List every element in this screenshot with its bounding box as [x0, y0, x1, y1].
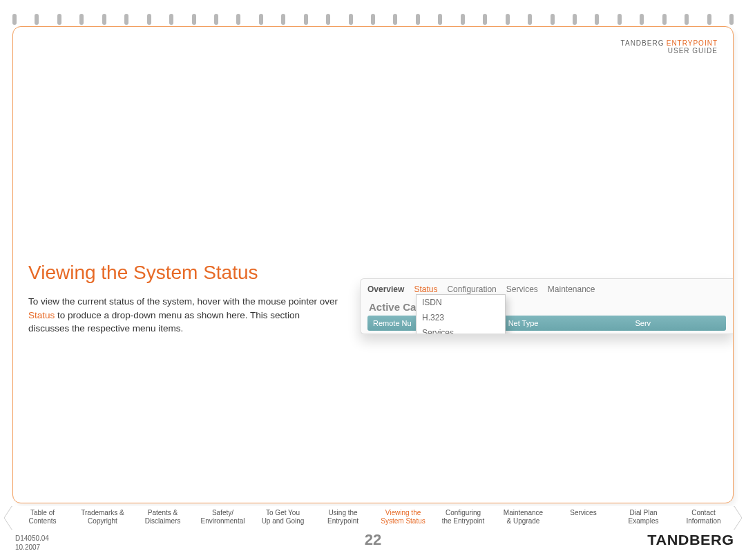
binding-hole: [236, 14, 240, 25]
docnum-line1: D14050.04: [15, 534, 49, 542]
document-number: D14050.04 10.2007: [15, 534, 49, 552]
binding-hole: [595, 14, 599, 25]
binding-hole: [371, 14, 375, 25]
th-serv: Serv: [635, 319, 651, 327]
binding-hole: [573, 14, 577, 25]
tab-line1: Using the: [328, 509, 357, 516]
tab-line2: the Entrypoint: [442, 517, 485, 525]
menu-overview[interactable]: Overview: [367, 284, 404, 294]
nav-tab[interactable]: ContactInformation: [673, 506, 734, 530]
tab-line1: Table of: [30, 509, 55, 516]
menu-maintenance[interactable]: Maintenance: [548, 284, 595, 294]
th-remote: Remote Nu: [373, 319, 412, 327]
binding-hole: [214, 14, 218, 25]
content-row: Viewing the System Status To view the cu…: [28, 262, 718, 386]
nav-tab[interactable]: Maintenance& Upgrade: [493, 506, 553, 530]
binding-hole: [35, 14, 39, 25]
binding-hole: [640, 14, 644, 25]
bottom-navigation: Table ofContentsTrademarks &CopyrightPat…: [12, 506, 734, 530]
nav-tab[interactable]: To Get YouUp and Going: [253, 506, 313, 530]
tab-line2: System Status: [381, 517, 425, 525]
binding-hole: [416, 14, 420, 25]
dropdown-item-services[interactable]: Services: [417, 325, 505, 334]
binding-hole: [483, 14, 487, 25]
binding-hole: [662, 14, 667, 25]
binding-hole: [729, 14, 734, 25]
dropdown-item-h323[interactable]: H.323: [417, 310, 505, 325]
binding-hole: [506, 14, 510, 25]
tab-line1: Safety/: [212, 509, 233, 516]
nav-tab[interactable]: Table ofContents: [12, 506, 73, 530]
page-heading: Viewing the System Status: [28, 262, 339, 284]
binding-hole: [393, 14, 397, 25]
page-number: 22: [365, 531, 381, 549]
binding-hole: [281, 14, 285, 25]
nav-tab[interactable]: Using theEntrypoint: [313, 506, 373, 530]
body-paragraph: To view the current status of the system…: [28, 295, 339, 336]
status-dropdown: ISDN H.323 Services System Information S…: [416, 294, 506, 334]
menu-status[interactable]: Status: [414, 284, 437, 294]
binding-hole: [102, 14, 106, 25]
page-frame: TANDBERG ENTRYPOINT USER GUIDE Viewing t…: [12, 26, 734, 503]
nav-tab[interactable]: Safety/Environmental: [193, 506, 253, 530]
docnum-line2: 10.2007: [15, 543, 40, 551]
screenshot-column: Overview Status Configuration Services M…: [360, 262, 718, 386]
binding-hole: [124, 14, 128, 25]
binding-hole: [259, 14, 263, 25]
binding-hole: [169, 14, 173, 25]
binding-hole: [12, 14, 17, 25]
text-column: Viewing the System Status To view the cu…: [28, 262, 339, 386]
tab-line2: Information: [686, 517, 720, 525]
binding-hole: [707, 14, 711, 25]
binding-hole: [618, 14, 622, 25]
binding-hole: [79, 14, 84, 25]
menu-services[interactable]: Services: [506, 284, 538, 294]
tab-line2: & Upgrade: [507, 517, 540, 525]
tab-line1: Dial Plan: [629, 509, 657, 516]
binding-hole: [685, 14, 689, 25]
tab-line1: Viewing the: [385, 509, 421, 516]
tab-line2: Environmental: [201, 517, 245, 525]
th-nettype: Net Type: [508, 319, 539, 327]
tab-line1: Trademarks &: [81, 509, 124, 516]
body-pre: To view the current status of the system…: [28, 296, 338, 307]
header-subtitle: USER GUIDE: [668, 47, 718, 55]
tab-line2: Up and Going: [262, 517, 305, 525]
menu-configuration[interactable]: Configuration: [447, 284, 496, 294]
tab-line2: Copyright: [88, 517, 117, 525]
binding-hole: [147, 14, 151, 25]
binding-hole: [349, 14, 353, 25]
footer-logo: TANDBERG: [648, 532, 734, 548]
binding-hole: [304, 14, 308, 25]
nav-tab[interactable]: Viewing theSystem Status: [373, 506, 433, 530]
binding-hole: [461, 14, 465, 25]
tab-line2: Entrypoint: [327, 517, 358, 525]
tab-line2: Contents: [28, 517, 56, 525]
binding-hole: [57, 14, 61, 25]
body-post: to produce a drop-down menu as shown her…: [28, 310, 300, 334]
document-header: TANDBERG ENTRYPOINT USER GUIDE: [621, 39, 718, 55]
footer: D14050.04 10.2007 22 TANDBERG: [15, 534, 731, 553]
tab-line1: Services: [570, 509, 596, 516]
nav-tab[interactable]: Dial PlanExamples: [613, 506, 673, 530]
nav-tab[interactable]: Patents &Disclaimers: [133, 506, 193, 530]
nav-tab[interactable]: Trademarks &Copyright: [73, 506, 133, 530]
body-highlight: Status: [28, 310, 55, 320]
tab-line1: Maintenance: [504, 509, 543, 516]
binding-hole: [551, 14, 555, 25]
binding-hole: [528, 14, 532, 25]
nav-tab[interactable]: Configuringthe Entrypoint: [433, 506, 493, 530]
tab-line2: Disclaimers: [145, 517, 181, 525]
tab-line2: Examples: [629, 517, 659, 525]
binding-hole: [192, 14, 196, 25]
tab-line1: To Get You: [266, 509, 300, 516]
tab-line1: Configuring: [446, 509, 481, 516]
tab-line1: Patents &: [148, 509, 178, 516]
tab-line1: Contact: [691, 509, 715, 516]
embedded-screenshot: Overview Status Configuration Services M…: [360, 278, 733, 334]
header-product: ENTRYPOINT: [667, 39, 718, 47]
nav-tab[interactable]: Services: [553, 506, 613, 530]
dropdown-item-isdn[interactable]: ISDN: [417, 295, 505, 310]
spiral-binding: [12, 14, 734, 28]
header-brand: TANDBERG: [621, 39, 664, 47]
